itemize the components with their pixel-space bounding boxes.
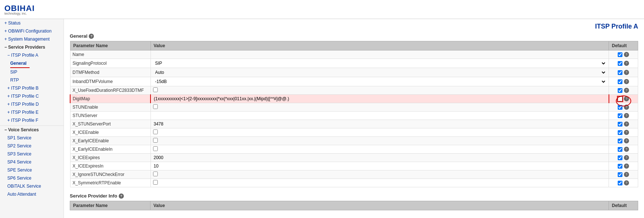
default-cell: ?: [611, 172, 636, 177]
value-text[interactable]: [153, 155, 607, 161]
table-row: InbandDTMFVolume-15dB?: [70, 77, 638, 86]
default-checkbox[interactable]: [618, 139, 622, 143]
param-name: STUNServer: [70, 112, 150, 120]
param-value[interactable]: [150, 95, 609, 103]
sidebar-item-itsp-b[interactable]: + ITSP Profile B: [0, 84, 64, 92]
table-row: X_SymmetricRTPEnable?: [70, 179, 638, 187]
sidebar-item-sp2[interactable]: SP2 Service: [0, 142, 64, 150]
row-help-icon[interactable]: ?: [624, 138, 629, 143]
param-value[interactable]: [150, 128, 609, 137]
value-select[interactable]: -15dB: [153, 78, 607, 85]
default-checkbox[interactable]: [618, 70, 622, 75]
row-help-icon[interactable]: ?: [624, 61, 629, 66]
default-checkbox[interactable]: [618, 164, 622, 169]
table-row: X_IgnoreSTUNCheckError?: [70, 170, 638, 179]
sidebar-item-itsp-a[interactable]: − ITSP Profile A: [0, 51, 64, 59]
default-checkbox[interactable]: [618, 181, 622, 185]
param-value[interactable]: [150, 86, 609, 95]
default-checkbox[interactable]: [618, 79, 622, 84]
param-value[interactable]: SIP: [150, 59, 609, 68]
value-checkbox[interactable]: [153, 180, 158, 185]
spi-help-icon[interactable]: ?: [119, 193, 124, 199]
value-checkbox[interactable]: [153, 87, 158, 92]
row-help-icon[interactable]: ?: [624, 147, 629, 152]
default-checkbox[interactable]: [618, 172, 622, 177]
param-value[interactable]: Auto: [150, 68, 609, 77]
default-checkbox[interactable]: [618, 52, 622, 57]
param-value[interactable]: [150, 112, 609, 120]
sidebar-item-rtp[interactable]: RTP: [0, 76, 64, 84]
param-value[interactable]: [150, 170, 609, 179]
default-checkbox[interactable]: [618, 88, 622, 93]
param-value[interactable]: -15dB: [150, 77, 609, 86]
row-help-icon[interactable]: ?: [624, 113, 629, 118]
default-checkbox[interactable]: [618, 147, 622, 152]
table-row: X_EarlyICEEnable?: [70, 137, 638, 145]
value-checkbox[interactable]: [153, 104, 158, 109]
param-value[interactable]: [150, 103, 609, 112]
row-help-icon[interactable]: ?: [624, 88, 629, 93]
value-select[interactable]: Auto: [153, 69, 607, 76]
sidebar-item-itsp-c[interactable]: + ITSP Profile C: [0, 92, 64, 100]
default-checkbox[interactable]: [618, 130, 622, 135]
row-help-icon[interactable]: ?: [624, 180, 629, 185]
row-help-icon[interactable]: ?: [624, 70, 629, 75]
sidebar-item-voice-services[interactable]: − Voice Services: [0, 125, 64, 134]
sidebar-item-itsp-f[interactable]: + ITSP Profile F: [0, 116, 64, 124]
value-text[interactable]: [153, 52, 607, 57]
default-checkbox[interactable]: [618, 122, 622, 127]
default-checkbox[interactable]: [618, 113, 622, 118]
sidebar-item-obiwifi[interactable]: + OBiWiFi Configuration: [0, 27, 64, 35]
table-row: Name?: [70, 50, 638, 59]
sidebar-item-sp4[interactable]: SP4 Service: [0, 158, 64, 166]
param-value[interactable]: [150, 145, 609, 154]
logo-main: OBIHAI: [4, 4, 35, 13]
row-help-icon[interactable]: ?: [624, 155, 629, 160]
sidebar-item-service-providers[interactable]: − Service Providers: [0, 43, 64, 51]
default-cell: ?: [611, 138, 636, 143]
default-checkbox[interactable]: [618, 105, 622, 110]
sidebar-item-sp6[interactable]: SP6 Service: [0, 174, 64, 182]
sidebar-item-sp1[interactable]: SP1 Service: [0, 134, 64, 142]
sidebar-item-auto-attendant[interactable]: Auto Attendant: [0, 190, 64, 198]
logo: OBIHAI technology, inc.: [4, 4, 35, 15]
param-value[interactable]: [150, 137, 609, 145]
sidebar-item-general[interactable]: General: [10, 59, 30, 68]
row-help-icon[interactable]: ?: [624, 105, 629, 110]
sidebar-item-sp5[interactable]: SPE Service: [0, 166, 64, 174]
sidebar-item-itsp-d[interactable]: + ITSP Profile D: [0, 100, 64, 108]
default-cell: ?: [611, 155, 636, 160]
sidebar-item-sp3[interactable]: SP3 Service: [0, 150, 64, 158]
default-checkbox[interactable]: [618, 97, 622, 101]
value-checkbox[interactable]: [153, 172, 158, 176]
general-help-icon[interactable]: ?: [89, 34, 94, 39]
value-checkbox[interactable]: [153, 138, 158, 143]
sidebar-item-system[interactable]: + System Management: [0, 35, 64, 43]
param-value[interactable]: [150, 50, 609, 59]
value-text[interactable]: [153, 121, 607, 127]
value-checkbox[interactable]: [153, 146, 158, 151]
value-checkbox[interactable]: [153, 129, 158, 134]
sidebar-item-itsp-e[interactable]: + ITSP Profile E: [0, 108, 64, 116]
default-checkbox[interactable]: [618, 61, 622, 66]
row-help-icon[interactable]: ?: [624, 79, 629, 84]
row-help-icon[interactable]: ?: [624, 96, 629, 101]
param-value[interactable]: [150, 179, 609, 187]
value-select[interactable]: SIP: [153, 60, 607, 67]
row-help-icon[interactable]: ?: [624, 164, 629, 169]
value-text[interactable]: [153, 163, 607, 169]
param-name: X_ICEExpires: [70, 154, 150, 162]
value-text[interactable]: [153, 113, 607, 119]
row-help-icon[interactable]: ?: [624, 52, 629, 57]
sidebar-item-status[interactable]: + Status: [0, 19, 64, 27]
row-help-icon[interactable]: ?: [624, 130, 629, 135]
sidebar-item-sip[interactable]: SIP: [0, 68, 64, 76]
digitmap-input[interactable]: [153, 96, 606, 102]
row-help-icon[interactable]: ?: [624, 172, 629, 177]
param-value[interactable]: [150, 120, 609, 128]
param-value[interactable]: [150, 154, 609, 162]
row-help-icon[interactable]: ?: [624, 121, 629, 127]
sidebar-item-obitalk[interactable]: OBiTALK Service: [0, 182, 64, 190]
default-checkbox[interactable]: [618, 155, 622, 160]
param-value[interactable]: [150, 162, 609, 170]
